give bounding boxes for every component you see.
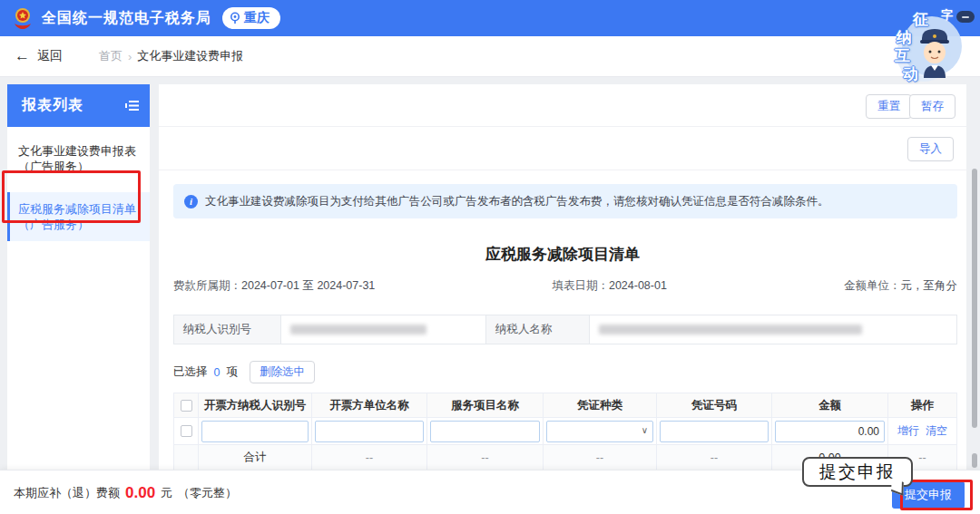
total-cell: -- bbox=[544, 445, 657, 470]
selected-suffix: 项 bbox=[226, 364, 238, 380]
col-voucher-type: 凭证种类 bbox=[544, 393, 657, 417]
delete-selected-button[interactable]: 删除选中 bbox=[250, 361, 315, 383]
form-meta-row: 费款所属期：2024-07-01 至 2024-07-31 填表日期：2024-… bbox=[173, 278, 957, 294]
breadcrumb-home[interactable]: 首页 bbox=[99, 48, 122, 64]
info-icon: i bbox=[184, 195, 198, 209]
payable-capital: （零元整） bbox=[178, 485, 237, 501]
total-cell: -- bbox=[427, 445, 544, 470]
taxpayer-name-value bbox=[590, 315, 956, 344]
app-window: 全国统一规范电子税务局 重庆 字 征 纳 互 动 bbox=[0, 0, 980, 514]
taxpayer-id-value bbox=[281, 315, 486, 344]
table-header-row: 开票方纳税人识别号 开票方单位名称 服务项目名称 凭证种类 凭证号码 金额 操作 bbox=[173, 393, 957, 418]
total-cell: -- bbox=[312, 445, 427, 470]
collapse-menu-icon[interactable] bbox=[125, 100, 139, 112]
sidebar-item-deduction-list[interactable]: 应税服务减除项目清单 （广告服务） bbox=[7, 192, 150, 241]
sidebar-item-label: 应税服务减除项目清单 bbox=[18, 201, 141, 217]
vertical-scrollbar-segment[interactable] bbox=[972, 453, 977, 468]
region-label: 重庆 bbox=[244, 10, 270, 26]
taxpayer-name-redacted bbox=[599, 325, 862, 335]
table-input-row: ∨ 增行 清空 bbox=[173, 418, 957, 445]
invoicer-id-cell bbox=[199, 418, 312, 444]
header-checkbox-cell bbox=[173, 393, 199, 417]
main-panel: 重置 暂存 导入 i 文化事业建设费减除项目为支付给其他广告公司或广告发布者的含… bbox=[159, 84, 966, 470]
sidebar-item-sublabel: （广告服务） bbox=[18, 217, 141, 232]
amount-unit-label: 金额单位： bbox=[844, 279, 901, 292]
breadcrumb-bar: ← 返回 首页 › 文化事业建设费申报 bbox=[0, 36, 980, 77]
sidebar-title: 报表列表 bbox=[22, 96, 83, 115]
col-amount: 金额 bbox=[772, 393, 888, 417]
amount-cell bbox=[772, 418, 888, 444]
annotation-callout-label: 提交申报 bbox=[819, 461, 896, 484]
amount-unit: 金额单位：元，至角分 bbox=[844, 278, 957, 294]
selected-prefix: 已选择 bbox=[173, 364, 208, 380]
row-checkbox[interactable] bbox=[181, 425, 192, 437]
service-item-input[interactable] bbox=[430, 421, 540, 442]
tax-bureau-logo-icon bbox=[11, 6, 34, 30]
payable-unit: 元 bbox=[161, 485, 172, 501]
amount-unit-value: 元，至角分 bbox=[901, 279, 958, 292]
select-all-checkbox[interactable] bbox=[181, 400, 192, 412]
taxpayer-id-redacted bbox=[290, 325, 426, 335]
info-banner-text: 文化事业建设费减除项目为支付给其他广告公司或广告发布者的含税广告发布费，请您核对… bbox=[205, 194, 829, 209]
app-title: 全国统一规范电子税务局 bbox=[42, 9, 211, 28]
info-banner: i 文化事业建设费减除项目为支付给其他广告公司或广告发布者的含税广告发布费，请您… bbox=[173, 184, 957, 218]
breadcrumb-current: 文化事业建设费申报 bbox=[137, 48, 243, 64]
fill-date-value: 2024-08-01 bbox=[609, 279, 667, 292]
back-arrow-icon[interactable]: ← bbox=[15, 47, 30, 65]
import-row: 导入 bbox=[159, 127, 966, 170]
voucher-type-cell: ∨ bbox=[544, 418, 657, 444]
widget-corner-char: 字 bbox=[941, 7, 953, 24]
row-checkbox-cell bbox=[173, 418, 199, 444]
region-badge[interactable]: 重庆 bbox=[222, 7, 280, 29]
topbar: 全国统一规范电子税务局 重庆 字 bbox=[0, 0, 980, 36]
import-button[interactable]: 导入 bbox=[907, 137, 954, 161]
selected-count: 0 bbox=[212, 366, 222, 379]
invoicer-name-input[interactable] bbox=[315, 421, 424, 442]
widget-collapse-pill[interactable] bbox=[956, 11, 975, 23]
report-list-sidebar: 报表列表 文化事业建设费申报表 （广告服务） 应税服务减除项目清单 （广告服务） bbox=[7, 84, 150, 470]
fill-date-label: 填表日期： bbox=[552, 279, 609, 292]
col-service-item: 服务项目名称 bbox=[427, 393, 544, 417]
breadcrumb: 首页 › 文化事业建设费申报 bbox=[99, 48, 243, 64]
amount-input[interactable] bbox=[775, 421, 885, 442]
fee-period-label: 费款所属期： bbox=[173, 279, 241, 292]
sidebar-item-sublabel: （广告服务） bbox=[18, 159, 141, 174]
taxpayer-id-label: 纳税人识别号 bbox=[174, 315, 281, 344]
add-row-link[interactable]: 增行 bbox=[897, 423, 919, 439]
fee-period-value: 2024-07-01 至 2024-07-31 bbox=[241, 279, 375, 292]
voucher-number-cell bbox=[657, 418, 772, 444]
sidebar-item-declaration-form[interactable]: 文化事业建设费申报表 （广告服务） bbox=[7, 134, 150, 183]
fee-period: 费款所属期：2024-07-01 至 2024-07-31 bbox=[173, 278, 375, 294]
payable-summary: 本期应补（退）费额 0.00 元 （零元整） bbox=[14, 470, 237, 514]
vertical-scrollbar[interactable] bbox=[972, 169, 977, 428]
chevron-down-icon: ∨ bbox=[642, 425, 648, 435]
invoicer-id-input[interactable] bbox=[201, 421, 309, 442]
col-invoicer-name: 开票方单位名称 bbox=[312, 393, 427, 417]
total-cell: -- bbox=[657, 445, 772, 470]
sidebar-item-label: 文化事业建设费申报表 bbox=[18, 143, 141, 159]
breadcrumb-separator: › bbox=[128, 50, 132, 63]
invoicer-name-cell bbox=[312, 418, 427, 444]
col-invoicer-id: 开票方纳税人识别号 bbox=[199, 393, 312, 417]
payable-amount: 0.00 bbox=[125, 484, 155, 502]
save-draft-button[interactable]: 暂存 bbox=[909, 94, 956, 119]
form-title: 应税服务减除项目清单 bbox=[159, 244, 966, 265]
sidebar-header: 报表列表 bbox=[7, 84, 150, 127]
location-pin-icon bbox=[230, 12, 240, 24]
row-actions-cell: 增行 清空 bbox=[888, 418, 957, 444]
reset-button[interactable]: 重置 bbox=[866, 94, 912, 119]
total-label-cell: 合计 bbox=[199, 445, 312, 470]
taxpayer-info-grid: 纳税人识别号 纳税人名称 bbox=[173, 315, 957, 344]
fill-date: 填表日期：2024-08-01 bbox=[552, 278, 666, 294]
back-button[interactable]: 返回 bbox=[37, 48, 63, 64]
annotation-callout: 提交申报 bbox=[802, 457, 913, 487]
col-voucher-number: 凭证号码 bbox=[657, 393, 772, 417]
payable-label: 本期应补（退）费额 bbox=[14, 485, 120, 501]
voucher-number-input[interactable] bbox=[660, 421, 769, 442]
service-item-cell bbox=[427, 418, 544, 444]
clear-row-link[interactable]: 清空 bbox=[926, 423, 947, 439]
col-actions: 操作 bbox=[888, 393, 957, 417]
voucher-type-select[interactable]: ∨ bbox=[546, 421, 653, 442]
selection-row: 已选择 0 项 删除选中 bbox=[173, 361, 315, 383]
toolbar-row: 重置 暂存 bbox=[159, 84, 966, 127]
